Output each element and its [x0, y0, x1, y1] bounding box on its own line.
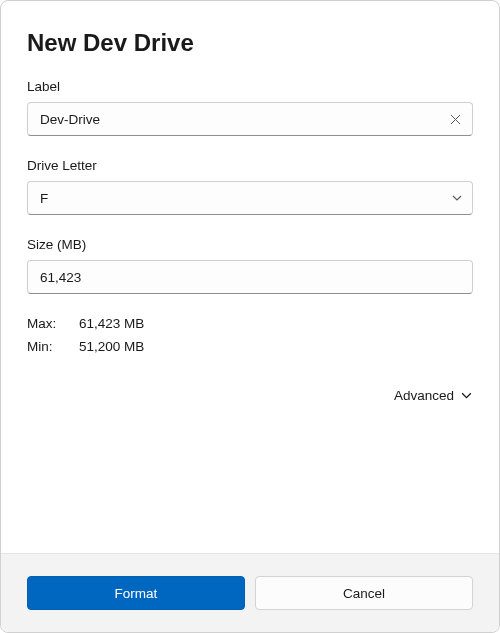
dialog-title: New Dev Drive: [27, 29, 473, 57]
new-dev-drive-dialog: New Dev Drive Label Drive Letter F: [0, 0, 500, 633]
advanced-toggle[interactable]: Advanced: [394, 388, 473, 403]
min-value: 51,200 MB: [79, 339, 144, 354]
drive-letter-select[interactable]: F: [27, 181, 473, 215]
max-value: 61,423 MB: [79, 316, 144, 331]
min-key: Min:: [27, 339, 79, 354]
chevron-down-icon: [460, 389, 473, 402]
close-icon: [450, 114, 461, 125]
advanced-label: Advanced: [394, 388, 454, 403]
label-field-label: Label: [27, 79, 473, 94]
max-key: Max:: [27, 316, 79, 331]
drive-letter-field-label: Drive Letter: [27, 158, 473, 173]
format-button[interactable]: Format: [27, 576, 245, 610]
label-field-group: Label: [27, 79, 473, 136]
drive-letter-field-group: Drive Letter F: [27, 158, 473, 215]
size-input[interactable]: [27, 260, 473, 294]
dialog-footer: Format Cancel: [1, 553, 499, 632]
size-field-group: Size (MB): [27, 237, 473, 294]
max-info-row: Max: 61,423 MB: [27, 316, 473, 331]
size-field-label: Size (MB): [27, 237, 473, 252]
min-info-row: Min: 51,200 MB: [27, 339, 473, 354]
clear-label-button[interactable]: [445, 109, 465, 129]
cancel-button[interactable]: Cancel: [255, 576, 473, 610]
label-input[interactable]: [27, 102, 473, 136]
drive-letter-value: F: [40, 191, 48, 206]
dialog-content: New Dev Drive Label Drive Letter F: [1, 1, 499, 553]
